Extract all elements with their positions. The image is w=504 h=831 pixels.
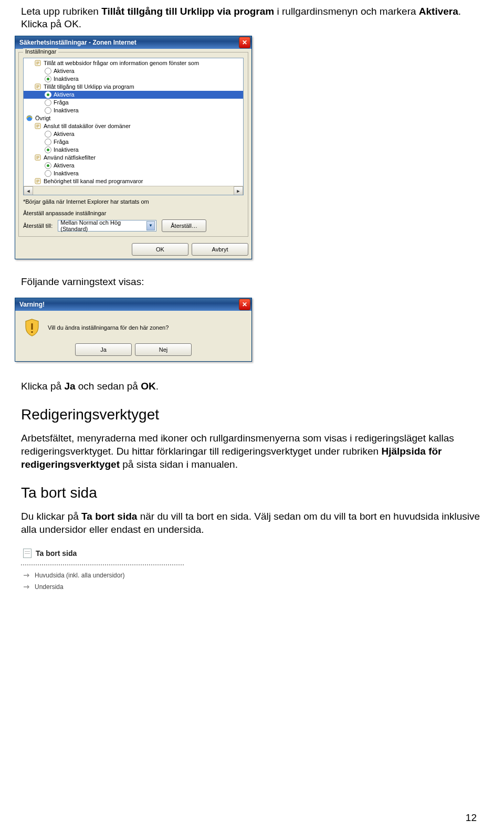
warning-text: Vill du ändra inställningarna för den hä… xyxy=(48,324,169,331)
intro-text: Leta upp rubriken xyxy=(21,6,101,17)
groupbox-label: Inställningar xyxy=(23,48,58,55)
svg-rect-7 xyxy=(32,331,33,333)
radio-icon xyxy=(45,76,51,82)
settings-category: Använd nätfiskefilter xyxy=(24,154,243,162)
radio-icon xyxy=(45,99,51,106)
settings-row-label: Behörighet till kanal med programvaror xyxy=(44,178,143,184)
settings-category: Tillåt att webbsidor frågar om informati… xyxy=(24,59,243,67)
menu-item-label: Huvudsida (inkl. alla undersidor) xyxy=(35,572,124,579)
settings-radio-option[interactable]: Inaktivera xyxy=(24,170,243,177)
dialog-titlebar: Säkerhetsinställningar - Zonen Internet … xyxy=(15,36,251,49)
arrow-right-icon xyxy=(23,573,30,578)
ok-button[interactable]: OK xyxy=(132,243,188,256)
radio-icon xyxy=(45,170,51,177)
settings-category: Tillåt tillgång till Urklipp via program xyxy=(24,83,243,91)
settings-row-label: Aktivera xyxy=(54,68,75,74)
settings-row-label: Övrigt xyxy=(35,115,50,121)
menu-title-row: Ta bort sida xyxy=(21,545,184,561)
settings-groupbox: Inställningar Tillåt att webbsidor fråga… xyxy=(18,52,248,237)
settings-row-label: Tillåt att webbsidor frågar om informati… xyxy=(44,60,199,66)
warning-dialog: Varning! ✕ Vill du ändra inställningarna… xyxy=(15,298,252,362)
radio-icon xyxy=(45,146,51,153)
close-button[interactable]: ✕ xyxy=(239,299,250,310)
combo-value: Mellan Normal och Hög (Standard) xyxy=(60,219,146,232)
after-warning-text: Klicka på Ja och sedan på OK. xyxy=(21,380,483,393)
settings-row-label: Använd nätfiskefilter xyxy=(44,154,96,161)
reset-section-label: Återställ anpassade inställningar xyxy=(23,210,244,216)
dialog-title: Varning! xyxy=(19,301,239,308)
tabort-paragraph: Du klickar på Ta bort sida när du vill t… xyxy=(21,510,483,536)
settings-radio-option[interactable]: Inaktivera xyxy=(24,107,243,114)
shield-icon xyxy=(24,318,40,337)
settings-radio-option[interactable]: Fråga xyxy=(24,138,243,146)
scroll-icon xyxy=(34,83,41,90)
settings-tree[interactable]: Tillåt att webbsidor frågar om informati… xyxy=(23,58,244,195)
settings-radio-option[interactable]: Aktivera xyxy=(24,67,243,75)
scroll-right-button[interactable]: ► xyxy=(234,186,243,195)
settings-radio-option[interactable]: Inaktivera xyxy=(24,75,243,83)
settings-category: Anslut till datakällor över domäner xyxy=(24,122,243,130)
heading-redigeringsverktyget: Redigeringsverktyget xyxy=(21,406,483,423)
delete-page-menu: Ta bort sida Huvudsida (inkl. alla under… xyxy=(21,545,184,593)
radio-icon xyxy=(45,107,51,114)
menu-title: Ta bort sida xyxy=(36,549,77,557)
horizontal-scrollbar[interactable]: ◄ ► xyxy=(24,186,243,195)
settings-row-label: Tillåt tillgång till Urklipp via program xyxy=(44,83,134,90)
warning-intro-text: Följande varningstext visas: xyxy=(21,275,483,288)
settings-row-label: Inaktivera xyxy=(54,146,79,153)
scroll-left-button[interactable]: ◄ xyxy=(24,186,33,195)
settings-radio-option[interactable]: Fråga xyxy=(24,99,243,107)
redig-paragraph: Arbetsfältet, menyraderna med ikoner och… xyxy=(21,432,483,471)
arrow-right-icon xyxy=(23,584,30,590)
intro-bold-2: Aktivera xyxy=(419,6,458,17)
radio-icon xyxy=(45,139,51,145)
svg-rect-6 xyxy=(32,323,33,330)
scroll-icon xyxy=(34,122,41,130)
cancel-button[interactable]: Avbryt xyxy=(192,243,248,256)
reset-button[interactable]: Återställ… xyxy=(162,219,206,232)
settings-radio-option[interactable]: Inaktivera xyxy=(24,146,243,154)
reset-level-combo[interactable]: Mellan Normal och Hög (Standard) ▼ xyxy=(58,220,156,232)
radio-icon xyxy=(45,131,51,138)
dialog-title: Säkerhetsinställningar - Zonen Internet xyxy=(19,39,239,46)
intro-text: i rullgardinsmenyn och markera xyxy=(274,6,419,17)
heading-ta-bort-sida: Ta bort sida xyxy=(21,485,483,501)
settings-radio-option[interactable]: Aktivera xyxy=(24,91,243,99)
menu-item-undersida[interactable]: Undersida xyxy=(21,581,184,593)
settings-row-label: Fråga xyxy=(54,99,69,106)
settings-row-label: Aktivera xyxy=(54,91,75,98)
scroll-icon xyxy=(34,59,41,67)
page-number: 12 xyxy=(466,812,477,824)
reset-to-label: Återställ till: xyxy=(23,223,52,229)
security-settings-dialog: Säkerhetsinställningar - Zonen Internet … xyxy=(15,36,252,259)
document-icon xyxy=(23,549,32,558)
radio-icon xyxy=(45,68,51,75)
dialog-titlebar: Varning! ✕ xyxy=(15,298,251,311)
intro-paragraph: Leta upp rubriken Tillåt tillgång till U… xyxy=(21,5,483,30)
settings-row-label: Aktivera xyxy=(54,131,75,137)
settings-row-label: Fråga xyxy=(54,139,69,145)
separator xyxy=(21,564,184,565)
scroll-icon xyxy=(34,154,41,161)
settings-row-label: Inaktivera xyxy=(54,76,79,82)
close-button[interactable]: ✕ xyxy=(239,37,250,48)
ie-icon xyxy=(26,114,33,122)
menu-item-label: Undersida xyxy=(35,583,64,591)
settings-radio-option[interactable]: Aktivera xyxy=(24,130,243,138)
restart-note: *Börjar gälla när Internet Explorer har … xyxy=(23,198,244,205)
settings-row-label: Aktivera xyxy=(54,162,75,169)
no-button[interactable]: Nej xyxy=(135,343,192,356)
yes-button[interactable]: Ja xyxy=(75,343,132,356)
chevron-down-icon: ▼ xyxy=(146,221,155,230)
settings-category: Behörighet till kanal med programvaror xyxy=(24,177,243,185)
intro-bold-1: Tillåt tillgång till Urklipp via program xyxy=(101,6,274,17)
settings-category: Övrigt xyxy=(24,114,243,122)
scroll-icon xyxy=(34,177,41,185)
settings-row-label: Anslut till datakällor över domäner xyxy=(44,123,131,129)
radio-icon xyxy=(45,91,51,98)
menu-item-huvudsida[interactable]: Huvudsida (inkl. alla undersidor) xyxy=(21,570,184,581)
settings-radio-option[interactable]: Aktivera xyxy=(24,162,243,170)
settings-row-label: Inaktivera xyxy=(54,170,79,176)
radio-icon xyxy=(45,162,51,169)
settings-row-label: Inaktivera xyxy=(54,107,79,113)
